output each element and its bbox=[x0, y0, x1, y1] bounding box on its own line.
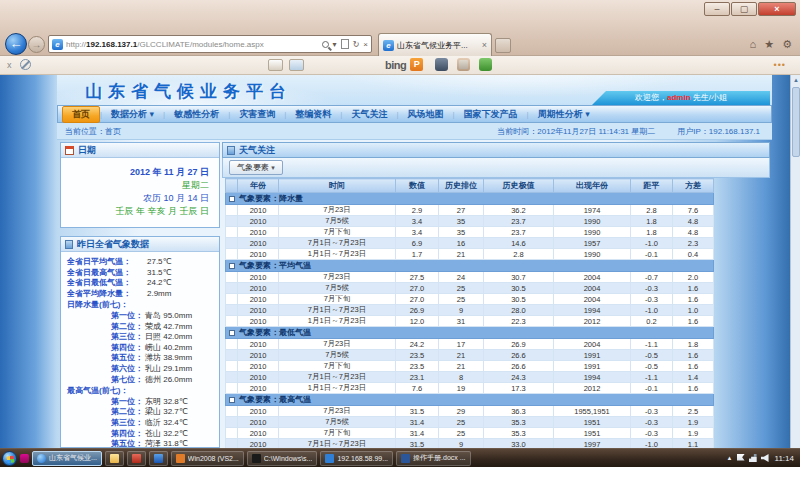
address-bar[interactable]: e http://192.168.137.1/GLCCLIMATE/module… bbox=[48, 35, 372, 53]
ranking-item: 第二位：荣成 42.7mm bbox=[67, 322, 215, 333]
network-icon[interactable] bbox=[749, 454, 757, 462]
data-cell: 2010 bbox=[238, 406, 279, 417]
menu-item-4[interactable]: 灾害查询 bbox=[230, 107, 284, 122]
data-cell: 24 bbox=[439, 272, 484, 283]
data-cell: 3.4 bbox=[396, 227, 439, 238]
data-cell: 14.6 bbox=[484, 238, 554, 249]
data-cell: 1.6 bbox=[673, 316, 714, 327]
weather-stat: 全省日平均气温：27.5℃ bbox=[67, 257, 215, 268]
rank-value: 临沂 32.4℃ bbox=[145, 418, 188, 429]
menu-item-6[interactable]: 天气关注 bbox=[342, 107, 396, 122]
calendar-date: 2012 年 11 月 27 日 bbox=[61, 166, 209, 179]
data-cell: 21 bbox=[439, 350, 484, 361]
search-icon[interactable] bbox=[322, 41, 329, 48]
scroll-up-icon[interactable]: ▲ bbox=[791, 75, 800, 85]
row-select-cell bbox=[226, 272, 238, 283]
show-hidden-icons[interactable]: ▲ bbox=[727, 455, 733, 461]
maximize-button[interactable]: ▢ bbox=[731, 2, 757, 16]
data-cell: 7月23日 bbox=[279, 205, 396, 216]
data-cell: 21 bbox=[439, 361, 484, 372]
calendar-ganzhi: 壬辰 年 辛亥 月 壬辰 日 bbox=[61, 205, 209, 218]
weather-stat: 全省日最高气温：31.5℃ bbox=[67, 268, 215, 279]
browser-tab[interactable]: e 山东省气候业务平... × bbox=[378, 33, 492, 56]
close-button[interactable]: × bbox=[758, 2, 796, 16]
group-header-row[interactable]: 气象要素：最高气温 bbox=[226, 394, 714, 406]
vertical-scrollbar[interactable]: ▲ bbox=[790, 75, 800, 448]
group-header-row[interactable]: 气象要素：降水量 bbox=[226, 193, 714, 205]
row-select-cell bbox=[226, 305, 238, 316]
data-cell: 31.4 bbox=[396, 428, 439, 439]
scrollbar-thumb[interactable] bbox=[792, 87, 800, 157]
data-cell: 31.5 bbox=[396, 406, 439, 417]
minimize-button[interactable]: – bbox=[704, 2, 730, 16]
taskbar-explorer-button[interactable] bbox=[105, 451, 124, 466]
favorites-star-icon[interactable]: ★ bbox=[764, 38, 774, 51]
taskbar-app-red-button[interactable] bbox=[127, 451, 146, 466]
data-cell: 7月下旬 bbox=[279, 227, 396, 238]
data-cell: 1.8 bbox=[631, 216, 673, 227]
data-cell: 31 bbox=[439, 316, 484, 327]
back-button[interactable]: ← bbox=[5, 33, 27, 55]
group-header-row[interactable]: 气象要素：平均气温 bbox=[226, 260, 714, 272]
group-checkbox[interactable] bbox=[229, 196, 235, 202]
menu-item-7[interactable]: 风场地图 bbox=[399, 107, 453, 122]
close-toolbar-icon[interactable]: x bbox=[7, 60, 12, 70]
menu-item-5[interactable]: 整编资料 bbox=[286, 107, 340, 122]
refresh-icon[interactable]: ↻ bbox=[353, 40, 360, 49]
data-cell: 35 bbox=[439, 227, 484, 238]
card-reader-icon[interactable] bbox=[268, 59, 283, 71]
action-center-flag-icon[interactable] bbox=[737, 454, 745, 462]
data-cell: 28.0 bbox=[484, 305, 554, 316]
data-cell: 1.6 bbox=[673, 361, 714, 372]
new-tab-button[interactable] bbox=[495, 38, 511, 53]
tools-gear-icon[interactable]: ⚙ bbox=[782, 38, 792, 51]
plugin-addon-icon[interactable] bbox=[479, 58, 492, 71]
start-button[interactable] bbox=[2, 451, 17, 466]
taskbar-button-label: Win2008 (VS2... bbox=[188, 455, 239, 462]
menu-item-8[interactable]: 国家下发产品 bbox=[455, 107, 527, 122]
forward-button[interactable]: → bbox=[28, 36, 45, 53]
rank-label: 第六位： bbox=[111, 364, 143, 375]
group-checkbox[interactable] bbox=[229, 330, 235, 336]
taskbar: 山东省气候业... Win2008 (VS2...C:\Windows\s...… bbox=[0, 448, 800, 467]
row-select-cell bbox=[226, 316, 238, 327]
data-cell: 36.3 bbox=[484, 406, 554, 417]
data-cell: 35 bbox=[439, 216, 484, 227]
column-header: 历史极值 bbox=[484, 179, 554, 193]
taskbar-ie-button[interactable]: 山东省气候业... bbox=[32, 451, 102, 466]
volume-icon[interactable] bbox=[761, 454, 769, 462]
menu-item-2[interactable]: 数据分析 ▾ bbox=[102, 107, 163, 122]
data-cell: 2010 bbox=[238, 305, 279, 316]
taskbar-clock[interactable]: 11:14 bbox=[775, 454, 794, 463]
menu-item-3[interactable]: 敏感性分析 bbox=[165, 107, 228, 122]
ranking-item: 第三位：临沂 32.4℃ bbox=[67, 418, 215, 429]
group-checkbox[interactable] bbox=[229, 397, 235, 403]
taskbar-window-button-4[interactable]: 操作手册.docx ... bbox=[396, 451, 471, 466]
autocomplete-dropdown-icon[interactable]: ▾ bbox=[333, 40, 337, 49]
data-cell: 1990 bbox=[554, 227, 631, 238]
data-cell: 26.9 bbox=[396, 305, 439, 316]
camera-addon-icon[interactable] bbox=[435, 58, 448, 71]
more-options-dots[interactable]: ••• bbox=[774, 60, 786, 70]
tab-close-icon[interactable]: × bbox=[482, 40, 487, 50]
paint-addon-icon[interactable] bbox=[457, 58, 470, 71]
taskbar-app-blue-button[interactable] bbox=[149, 451, 168, 466]
menu-item-1[interactable]: 首页 bbox=[62, 106, 100, 123]
row-select-cell bbox=[226, 294, 238, 305]
element-filter-button[interactable]: 气象要素 ▾ bbox=[229, 160, 283, 175]
menu-item-9[interactable]: 周期性分析 ▾ bbox=[529, 107, 599, 122]
mail-icon[interactable] bbox=[289, 59, 304, 71]
quick-launch-icon[interactable] bbox=[20, 454, 29, 463]
taskbar-window-button-1[interactable]: Win2008 (VS2... bbox=[171, 451, 244, 466]
compatibility-view-icon[interactable] bbox=[341, 39, 349, 49]
taskbar-window-button-2[interactable]: C:\Windows\s... bbox=[247, 451, 318, 466]
data-cell: 30.7 bbox=[484, 272, 554, 283]
stop-icon[interactable]: × bbox=[363, 40, 368, 49]
group-checkbox[interactable] bbox=[229, 263, 235, 269]
data-cell: 23.7 bbox=[484, 227, 554, 238]
taskbar-window-button-3[interactable]: 192.168.58.99... bbox=[320, 451, 393, 466]
group-header-row[interactable]: 气象要素：最低气温 bbox=[226, 327, 714, 339]
rank-label: 第一位： bbox=[111, 311, 143, 322]
home-icon[interactable]: ⌂ bbox=[750, 38, 757, 51]
bing-search-button[interactable]: P bbox=[410, 58, 423, 71]
